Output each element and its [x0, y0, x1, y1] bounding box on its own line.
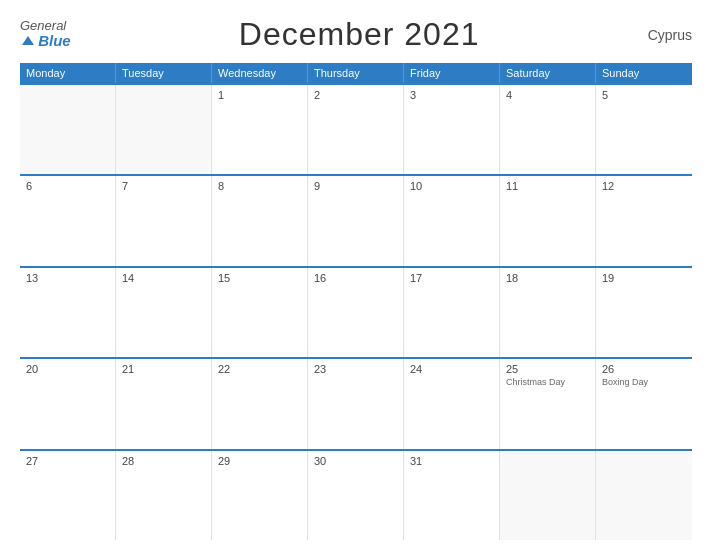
day-cell-28: 28 — [116, 451, 212, 540]
day-cell-30: 30 — [308, 451, 404, 540]
day-cell-26: 26 Boxing Day — [596, 359, 692, 448]
day-cell-15: 15 — [212, 268, 308, 357]
christmas-day-label: Christmas Day — [506, 377, 589, 389]
week-row-5: 27 28 29 30 31 — [20, 449, 692, 540]
day-cell-19: 19 — [596, 268, 692, 357]
day-cell-empty — [500, 451, 596, 540]
day-cell-11: 11 — [500, 176, 596, 265]
day-cell-31: 31 — [404, 451, 500, 540]
day-cell-25: 25 Christmas Day — [500, 359, 596, 448]
header-sunday: Sunday — [596, 63, 692, 83]
day-cell-20: 20 — [20, 359, 116, 448]
day-cell-29: 29 — [212, 451, 308, 540]
day-cell-22: 22 — [212, 359, 308, 448]
day-cell-13: 13 — [20, 268, 116, 357]
day-cell-1: 1 — [212, 85, 308, 174]
header-wednesday: Wednesday — [212, 63, 308, 83]
country-label: Cyprus — [648, 27, 692, 43]
logo-blue-text: Blue — [20, 33, 71, 50]
week-row-1: 1 2 3 4 5 — [20, 83, 692, 174]
header-tuesday: Tuesday — [116, 63, 212, 83]
day-cell-empty — [596, 451, 692, 540]
weeks-container: 1 2 3 4 5 6 7 8 9 10 11 12 13 14 15 16 — [20, 83, 692, 540]
day-cell-23: 23 — [308, 359, 404, 448]
logo: General Blue — [20, 19, 71, 50]
day-cell-18: 18 — [500, 268, 596, 357]
week-row-4: 20 21 22 23 24 25 Christmas Day 26 Boxin… — [20, 357, 692, 448]
day-cell-9: 9 — [308, 176, 404, 265]
day-cell-10: 10 — [404, 176, 500, 265]
day-cell-empty — [20, 85, 116, 174]
day-cell-21: 21 — [116, 359, 212, 448]
calendar-page: General Blue December 2021 Cyprus Monday… — [0, 0, 712, 550]
week-row-3: 13 14 15 16 17 18 19 — [20, 266, 692, 357]
calendar-grid: Monday Tuesday Wednesday Thursday Friday… — [20, 63, 692, 540]
logo-triangle-icon — [22, 36, 34, 45]
boxing-day-label: Boxing Day — [602, 377, 686, 389]
day-cell-14: 14 — [116, 268, 212, 357]
day-cell-5: 5 — [596, 85, 692, 174]
day-cell-27: 27 — [20, 451, 116, 540]
calendar-header: General Blue December 2021 Cyprus — [20, 16, 692, 53]
month-title: December 2021 — [239, 16, 480, 53]
header-monday: Monday — [20, 63, 116, 83]
header-friday: Friday — [404, 63, 500, 83]
day-cell-7: 7 — [116, 176, 212, 265]
header-thursday: Thursday — [308, 63, 404, 83]
day-cell-17: 17 — [404, 268, 500, 357]
day-cell-6: 6 — [20, 176, 116, 265]
day-cell-16: 16 — [308, 268, 404, 357]
day-cell-4: 4 — [500, 85, 596, 174]
day-headers-row: Monday Tuesday Wednesday Thursday Friday… — [20, 63, 692, 83]
logo-general-text: General — [20, 19, 71, 33]
day-cell-3: 3 — [404, 85, 500, 174]
header-saturday: Saturday — [500, 63, 596, 83]
day-cell-2: 2 — [308, 85, 404, 174]
day-cell-24: 24 — [404, 359, 500, 448]
week-row-2: 6 7 8 9 10 11 12 — [20, 174, 692, 265]
day-cell-12: 12 — [596, 176, 692, 265]
day-cell-8: 8 — [212, 176, 308, 265]
day-cell-empty — [116, 85, 212, 174]
